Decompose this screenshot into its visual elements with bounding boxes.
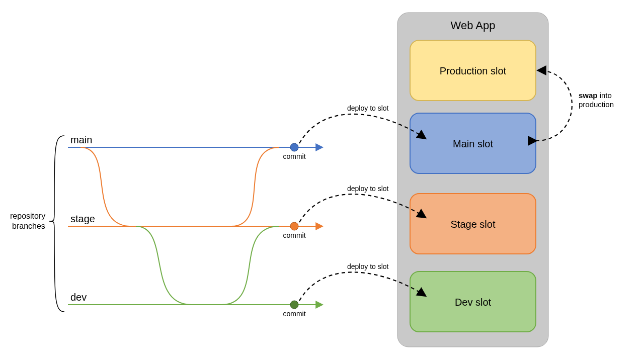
diagram-canvas: Web App Production slot Main slot Stage … — [0, 0, 644, 362]
deploy-label-stage: deploy to slot — [347, 185, 389, 193]
webapp-title: Web App — [451, 19, 496, 32]
commit-dot-main — [290, 143, 298, 151]
commit-label-dev: commit — [283, 310, 305, 318]
branch-dev-label: dev — [70, 292, 87, 303]
slot-production: Production slot — [410, 40, 536, 101]
slot-stage: Stage slot — [410, 194, 536, 254]
deploy-label-dev: deploy to slot — [347, 262, 389, 270]
branch-stage: stage commit — [68, 147, 322, 239]
deploy-label-main: deploy to slot — [347, 104, 389, 112]
commit-label-stage: commit — [283, 231, 305, 239]
slot-main-label: Main slot — [453, 138, 493, 149]
slot-stage-label: Stage slot — [451, 219, 496, 230]
slot-production-label: Production slot — [440, 65, 507, 76]
commit-dot-dev — [290, 301, 298, 309]
slot-main: Main slot — [410, 113, 536, 173]
commit-dot-stage — [290, 222, 298, 230]
slot-dev: Dev slot — [410, 272, 536, 332]
branch-main-label: main — [70, 134, 92, 145]
swap-label-line2: production — [579, 100, 614, 109]
branch-dev: dev commit — [68, 226, 322, 318]
branch-main: main commit — [68, 134, 322, 160]
slot-dev-label: Dev slot — [455, 297, 492, 308]
swap-label-line1: swap into — [579, 91, 612, 100]
branch-stage-label: stage — [70, 213, 95, 224]
commit-label-main: commit — [283, 152, 305, 160]
repository-bracket — [49, 136, 64, 312]
repository-label-2: branches — [12, 222, 45, 230]
repository-label-1: repository — [10, 212, 45, 220]
